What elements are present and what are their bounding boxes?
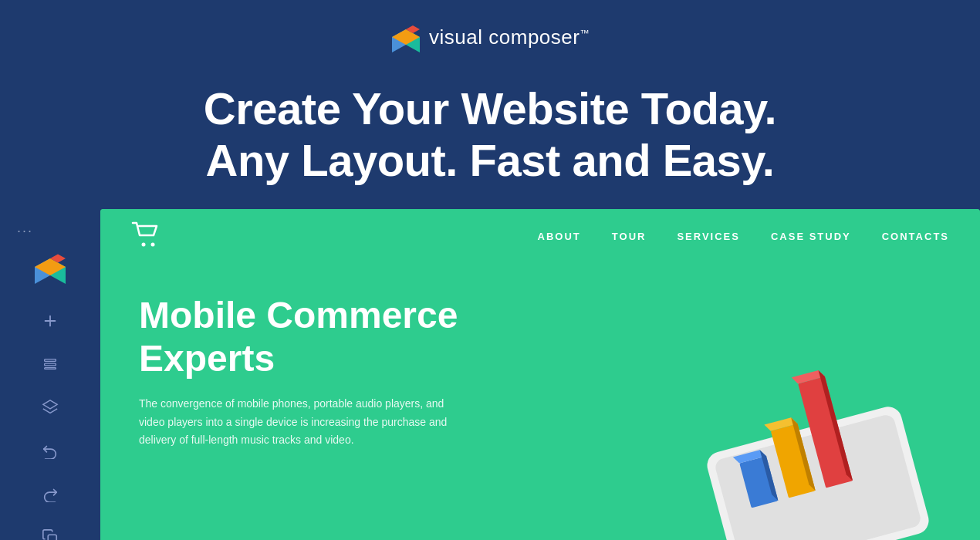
hero-title: Create Your Website Today. Any Layout. F… [0,83,980,186]
preview-window: ABOUT TOUR SERVICES CASE STUDY CONTACTS … [100,209,980,540]
svg-rect-12 [45,368,56,370]
svg-point-16 [151,242,155,246]
preview-nav-links: ABOUT TOUR SERVICES CASE STUDY CONTACTS [538,229,949,243]
sidebar-logo-icon [33,250,67,284]
preview-hero: Mobile Commerce Experts The convergence … [100,263,628,473]
svg-point-15 [142,242,146,246]
svg-rect-10 [45,359,56,362]
header: visual composer™ [0,0,980,68]
logo-icon [390,22,421,52]
main-content: ··· [0,209,980,540]
layers-icon[interactable] [36,350,64,378]
chart-illustration [671,319,965,540]
stack-icon[interactable] [36,393,64,421]
nav-tour[interactable]: TOUR [612,229,647,243]
sidebar-dots: ··· [0,217,33,250]
nav-case-study[interactable]: CASE STUDY [771,229,851,243]
preview-hero-body: The convergence of mobile phones, portab… [139,395,463,450]
logo-container: visual composer™ [390,22,590,52]
add-icon[interactable] [36,307,64,335]
copy-icon[interactable] [36,523,64,540]
nav-contacts[interactable]: CONTACTS [882,229,949,243]
nav-services[interactable]: SERVICES [677,229,740,243]
svg-rect-14 [48,535,56,540]
redo-icon[interactable] [36,480,64,508]
logo-text: visual composer™ [429,25,590,49]
svg-marker-13 [43,400,57,409]
sidebar: ··· [0,209,100,540]
nav-about[interactable]: ABOUT [538,229,581,243]
preview-nav: ABOUT TOUR SERVICES CASE STUDY CONTACTS [100,209,980,263]
preview-hero-title: Mobile Commerce Experts [139,294,590,379]
svg-rect-11 [45,363,56,366]
hero-section: Create Your Website Today. Any Layout. F… [0,68,980,209]
preview-cart-icon [131,221,161,251]
undo-icon[interactable] [36,437,64,464]
